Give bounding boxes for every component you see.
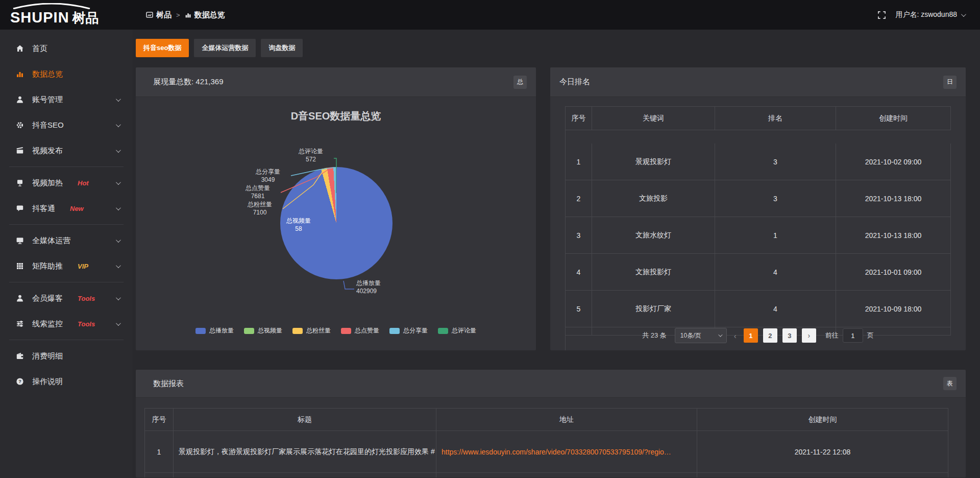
today-rank-panel: 今日排名 日 序号 关键词 排名 创建时间 1 景观投影灯 3 2021-10-…: [550, 67, 966, 350]
rank-cell: 1: [566, 144, 592, 180]
column-header: 序号: [566, 107, 592, 130]
table-toggle-button[interactable]: 表: [943, 377, 957, 390]
rank-cell-time: 2021-10-01 09:00: [836, 254, 951, 291]
chat-bubble-icon: [15, 204, 24, 212]
impressions-total: 展现量总数: 421,369: [153, 77, 224, 87]
grid-icon: [15, 262, 24, 270]
home-icon: [15, 44, 24, 53]
total-toggle-button[interactable]: 总: [513, 76, 527, 89]
column-header: 创建时间: [697, 409, 948, 431]
legend-item[interactable]: 总评论量: [438, 326, 476, 335]
bar-chart-icon: [185, 12, 191, 18]
sidebar-item-video-heat[interactable]: 视频加热 Hot: [0, 170, 133, 196]
column-header: 序号: [145, 409, 174, 431]
legend-item[interactable]: 总视频量: [244, 326, 282, 335]
breadcrumb-root[interactable]: 树品: [146, 10, 172, 20]
svg-text:?: ?: [18, 379, 21, 384]
pie-chart: D音SEO数据量总览 总评论量572 总分享量3049 总点赞量7681: [136, 97, 536, 350]
chevron-down-icon: [116, 122, 121, 127]
logo: SHUPIN 树品: [0, 3, 133, 27]
sidebar-item-home[interactable]: 首页: [0, 36, 133, 61]
total-count: 共 23 条: [642, 331, 667, 340]
question-circle-icon: ?: [15, 377, 24, 386]
monitor-icon: [15, 236, 24, 245]
topbar: SHUPIN 树品 树品 > 数据总览 用户名: zswodun88: [0, 0, 980, 30]
column-header: 创建时间: [836, 107, 951, 130]
chevron-down-icon: [961, 12, 966, 17]
page-button-2[interactable]: 2: [763, 328, 777, 343]
rank-cell: 4: [566, 254, 592, 291]
pie-label-likes: 总点赞量7681: [236, 184, 280, 200]
pagination: 共 23 条 10条/页 ‹ 1 2 3 › 前往 页: [550, 328, 966, 343]
goto-unit: 页: [867, 331, 874, 340]
gear-icon: [15, 121, 24, 129]
sidebar: 首页 数据总览 账号管理 抖音SEO 视频发布 视频加热 Hot 抖客通 New…: [0, 30, 133, 478]
pie-label-comments: 总评论量572: [289, 147, 333, 163]
page-button-1[interactable]: 1: [744, 328, 758, 343]
tools-badge: Tools: [78, 320, 95, 328]
pie-label-videos: 总视频量58: [277, 217, 321, 233]
tab-inquiry-data[interactable]: 询盘数据: [261, 39, 303, 57]
rank-cell-keyword: 文旅投影灯: [592, 254, 715, 291]
sidebar-item-data-overview[interactable]: 数据总览: [0, 61, 133, 87]
sidebar-divider: [9, 224, 124, 225]
chevron-down-icon: [116, 180, 121, 185]
sidebar-item-matrix-boost[interactable]: 矩阵助推 VIP: [0, 253, 133, 279]
app-icon: [146, 11, 153, 18]
legend-item[interactable]: 总播放量: [195, 326, 234, 335]
tab-douyin-seo-data[interactable]: 抖音seo数据: [136, 39, 189, 57]
sidebar-item-help[interactable]: ? 操作说明: [0, 369, 133, 394]
legend-swatch: [244, 328, 254, 334]
hot-badge: Hot: [78, 179, 89, 187]
sidebar-item-account[interactable]: 账号管理: [0, 87, 133, 112]
rank-cell-time: 2021-10-13 18:00: [836, 217, 951, 254]
page-button-3[interactable]: 3: [782, 328, 797, 343]
next-page-button[interactable]: ›: [802, 328, 816, 343]
logo-text-cn: 树品: [72, 9, 99, 27]
legend-item[interactable]: 总点赞量: [341, 326, 379, 335]
report-cell-title: 景观投影灯，夜游景观投影灯厂家展示展示落花灯在花园里的灯光投影应用效果 #: [174, 431, 436, 473]
legend-swatch: [341, 328, 351, 334]
legend-swatch: [389, 328, 400, 334]
sidebar-item-doukotong[interactable]: 抖客通 New: [0, 196, 133, 221]
sidebar-item-spend-details[interactable]: 消费明细: [0, 343, 133, 369]
page-size-select[interactable]: 10条/页: [675, 328, 727, 343]
sidebar-item-member-bloom[interactable]: 会员爆客 Tools: [0, 285, 133, 311]
rank-cell-keyword: 景观投影灯: [592, 144, 715, 180]
chart-legend: 总播放量 总视频量 总粉丝量 总点赞量 总分享量 总评论量: [136, 326, 536, 335]
sidebar-item-douyin-seo[interactable]: 抖音SEO: [0, 112, 133, 138]
legend-item[interactable]: 总粉丝量: [292, 326, 331, 335]
sliders-icon: [15, 320, 24, 328]
logo-text-en: SHUPIN: [10, 9, 69, 26]
day-toggle-button[interactable]: 日: [943, 76, 957, 89]
sidebar-item-video-publish[interactable]: 视频发布: [0, 138, 133, 163]
rank-cell-rank: 4: [715, 291, 836, 327]
user-menu[interactable]: 用户名: zswodun88: [895, 10, 965, 19]
sidebar-item-omnimedia[interactable]: 全媒体运营: [0, 228, 133, 253]
pie-label-fans: 总粉丝量7100: [238, 200, 282, 217]
sidebar-item-lead-monitor[interactable]: 线索监控 Tools: [0, 311, 133, 337]
rank-cell-rank: 1: [715, 217, 836, 254]
column-header: 关键词: [592, 107, 715, 130]
wallet-icon: [15, 352, 24, 360]
new-badge: New: [70, 205, 84, 212]
report-cell-url[interactable]: https://www.iesdouyin.com/share/video/70…: [436, 431, 697, 473]
chevron-down-icon: [718, 332, 722, 337]
chevron-down-icon: [116, 205, 121, 210]
legend-item[interactable]: 总分享量: [389, 326, 428, 335]
column-header: 标题: [174, 409, 436, 431]
prev-page-button[interactable]: ‹: [732, 331, 739, 340]
tab-omnimedia-data[interactable]: 全媒体运营数据: [194, 39, 256, 57]
rank-table: 序号 关键词 排名 创建时间 1 景观投影灯 3 2021-10-02 09:0…: [565, 106, 951, 350]
chevron-down-icon: [116, 321, 121, 326]
column-header: 地址: [436, 409, 697, 431]
screen-promo-icon: [15, 179, 24, 187]
fullscreen-icon[interactable]: [877, 11, 886, 19]
chevron-down-icon: [116, 263, 121, 268]
goto-page-input[interactable]: [843, 328, 863, 343]
main-content: 抖音seo数据 全媒体运营数据 询盘数据 展现量总数: 421,369 总 D音…: [133, 30, 980, 478]
username-label: 用户名: zswodun88: [895, 10, 957, 19]
chevron-down-icon: [116, 97, 121, 102]
report-cell-time: 2021-11-22 12:08: [697, 431, 948, 473]
breadcrumb-current[interactable]: 数据总览: [185, 10, 225, 20]
